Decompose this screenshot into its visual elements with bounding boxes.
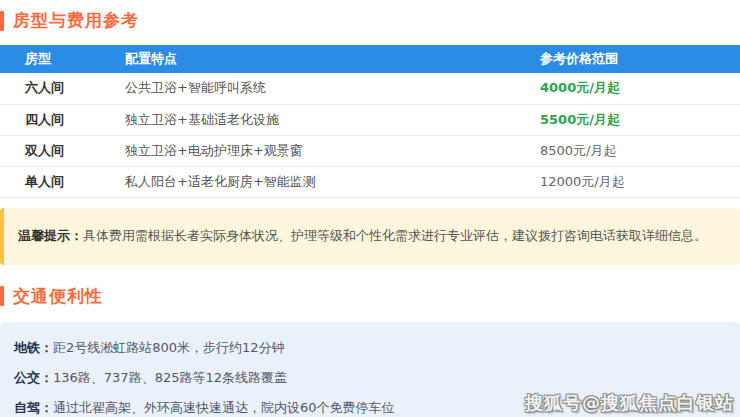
column-header-room-type: 房型 bbox=[0, 45, 125, 73]
bus-label: 公交： bbox=[14, 370, 53, 385]
section-title-transport-label: 交通便利性 bbox=[13, 285, 103, 308]
section-title-rooms-label: 房型与费用参考 bbox=[13, 9, 139, 32]
orange-accent-bar bbox=[0, 286, 4, 306]
features-cell: 独立卫浴+基础适老化设施 bbox=[125, 104, 540, 135]
room-price-table: 房型 配置特点 参考价格范围 六人间 公共卫浴+智能呼叫系统 4000元/月起 … bbox=[0, 45, 740, 198]
driving-text: 通过北翟高架、外环高速快速通达，院内设60个免费停车位 bbox=[53, 400, 395, 415]
column-header-price-range: 参考价格范围 bbox=[540, 45, 740, 73]
section-title-rooms: 房型与费用参考 bbox=[0, 0, 740, 32]
transport-item-metro: 地铁：距2号线淞虹路站800米，步行约12分钟 bbox=[14, 339, 726, 356]
warm-tip-box: 温馨提示： 具体费用需根据长者实际身体状况、护理等级和个性化需求进行专业评估，建… bbox=[0, 208, 740, 265]
bus-text: 136路、737路、825路等12条线路覆盖 bbox=[53, 370, 287, 385]
table-row: 单人间 私人阳台+适老化厨房+智能监测 12000元/月起 bbox=[0, 166, 740, 197]
warm-tip-text: 具体费用需根据长者实际身体状况、护理等级和个性化需求进行专业评估，建议拨打咨询电… bbox=[83, 227, 707, 245]
table-row: 四人间 独立卫浴+基础适老化设施 5500元/月起 bbox=[0, 104, 740, 135]
room-type-cell: 四人间 bbox=[0, 104, 125, 135]
driving-label: 自驾： bbox=[14, 400, 53, 415]
features-cell: 公共卫浴+智能呼叫系统 bbox=[125, 73, 540, 104]
metro-label: 地铁： bbox=[14, 340, 53, 355]
features-cell: 独立卫浴+电动护理床+观景窗 bbox=[125, 135, 540, 166]
warm-tip-label: 温馨提示： bbox=[18, 227, 83, 245]
table-row: 六人间 公共卫浴+智能呼叫系统 4000元/月起 bbox=[0, 73, 740, 104]
metro-text: 距2号线淞虹路站800米，步行约12分钟 bbox=[53, 340, 285, 355]
column-header-features: 配置特点 bbox=[125, 45, 540, 73]
transport-item-bus: 公交：136路、737路、825路等12条线路覆盖 bbox=[14, 369, 726, 386]
room-type-cell: 六人间 bbox=[0, 73, 125, 104]
section-title-transport: 交通便利性 bbox=[0, 285, 740, 308]
price-cell: 4000元/月起 bbox=[540, 73, 740, 104]
orange-accent-bar bbox=[0, 11, 4, 31]
room-type-cell: 双人间 bbox=[0, 135, 125, 166]
features-cell: 私人阳台+适老化厨房+智能监测 bbox=[125, 166, 540, 197]
room-type-cell: 单人间 bbox=[0, 166, 125, 197]
table-row: 双人间 独立卫浴+电动护理床+观景窗 8500元/月起 bbox=[0, 135, 740, 166]
price-cell: 5500元/月起 bbox=[540, 104, 740, 135]
sohu-watermark: 搜狐号@搜狐焦点白银站 bbox=[525, 391, 734, 415]
article-page: 房型与费用参考 房型 配置特点 参考价格范围 六人间 公共卫浴+智能呼叫系统 4… bbox=[0, 0, 740, 417]
price-cell: 12000元/月起 bbox=[540, 166, 740, 197]
price-cell: 8500元/月起 bbox=[540, 135, 740, 166]
table-header: 房型 配置特点 参考价格范围 bbox=[0, 45, 740, 73]
table-body: 六人间 公共卫浴+智能呼叫系统 4000元/月起 四人间 独立卫浴+基础适老化设… bbox=[0, 73, 740, 197]
